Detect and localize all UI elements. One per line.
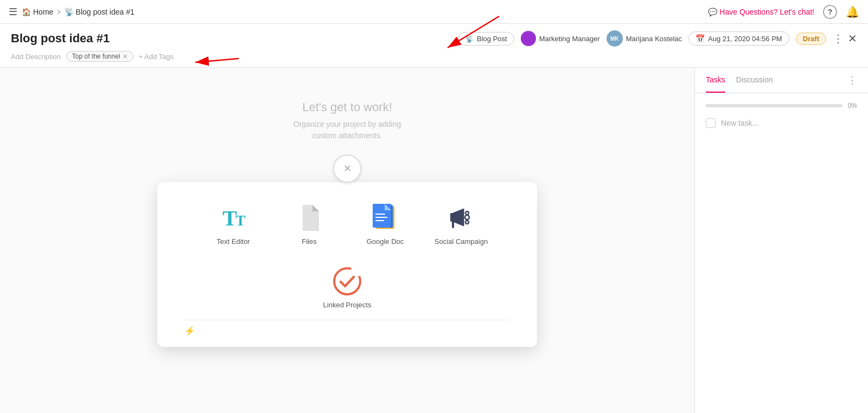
files-icon-container xyxy=(295,204,323,232)
chat-link[interactable]: 💬 Have Questions? Let's chat! xyxy=(708,8,814,16)
page-title: Blog post idea #1 xyxy=(11,31,110,46)
attachment-popup: TT Text Editor Files xyxy=(157,182,537,347)
rss-icon: 📡 xyxy=(65,8,74,16)
header-actions: ⋮ ✕ xyxy=(833,32,857,45)
linked-projects-item[interactable]: Linked Projects xyxy=(318,262,377,314)
calendar-icon: 📅 xyxy=(695,34,705,43)
empty-state-title: Let's get to work! xyxy=(293,100,401,114)
marketing-manager-chip[interactable]: Marketing Manager xyxy=(521,31,600,46)
social-campaign-item[interactable]: Social Campaign xyxy=(429,198,494,251)
sidebar-tabs-left: Tasks Discussion xyxy=(706,68,773,93)
progress-percentage: 0% xyxy=(848,102,857,109)
breadcrumb-rss-item[interactable]: 📡 Blog post idea #1 xyxy=(65,8,135,16)
new-task-input[interactable]: New task... xyxy=(721,119,758,127)
popup-grid: TT Text Editor Files xyxy=(184,198,510,251)
svg-point-11 xyxy=(465,221,469,224)
right-sidebar: Tasks Discussion ⋮ 0% New task... xyxy=(694,68,868,413)
add-description-button[interactable]: Add Description xyxy=(11,53,61,61)
chat-icon: 💬 xyxy=(708,8,717,16)
tags-row: Add Description Top of the funnel ✕ + Ad… xyxy=(11,51,857,62)
files-icon xyxy=(298,205,320,231)
breadcrumb-home[interactable]: 🏠 Home xyxy=(22,8,53,16)
breadcrumb-separator: > xyxy=(56,8,61,16)
svg-rect-5 xyxy=(375,220,384,221)
breadcrumb: 🏠 Home > 📡 Blog post idea #1 xyxy=(22,8,135,16)
tag-chip[interactable]: Top of the funnel ✕ xyxy=(66,51,133,62)
close-button[interactable]: ✕ xyxy=(848,32,857,45)
help-button[interactable]: ? xyxy=(823,5,837,19)
new-task-row: New task... xyxy=(706,118,857,128)
empty-state: Let's get to work! Organize your project… xyxy=(293,100,401,141)
svg-rect-4 xyxy=(375,217,387,218)
text-editor-item[interactable]: TT Text Editor xyxy=(201,198,266,251)
tasks-tab[interactable]: Tasks xyxy=(706,68,725,93)
sidebar-tabs: Tasks Discussion ⋮ xyxy=(695,68,868,93)
social-campaign-icon-container xyxy=(447,204,475,232)
hamburger-menu[interactable]: ☰ xyxy=(9,6,17,18)
linked-projects-icon-container xyxy=(333,267,361,295)
notification-bell[interactable]: 🔔 xyxy=(846,5,859,18)
social-campaign-label: Social Campaign xyxy=(435,237,488,246)
draft-badge[interactable]: Draft xyxy=(796,33,826,45)
progress-bar xyxy=(706,104,843,107)
discussion-tab[interactable]: Discussion xyxy=(736,68,773,93)
content-area: Let's get to work! Organize your project… xyxy=(0,68,694,413)
blog-post-chip[interactable]: 📡 Blog Post xyxy=(458,32,514,46)
google-doc-icon xyxy=(373,204,398,232)
social-campaign-icon xyxy=(448,205,475,230)
rss-icon: 📡 xyxy=(465,35,474,43)
google-doc-icon-container xyxy=(371,204,399,232)
empty-state-subtitle: Organize your project by adding custom a… xyxy=(293,119,401,141)
sidebar-more-button[interactable]: ⋮ xyxy=(847,74,857,86)
svg-rect-3 xyxy=(375,214,385,215)
header-meta: 📡 Blog Post Marketing Manager MK Marijan… xyxy=(458,30,857,47)
top-nav-left: ☰ 🏠 Home > 📡 Blog post idea #1 xyxy=(9,6,135,18)
svg-rect-7 xyxy=(450,213,455,222)
svg-point-10 xyxy=(465,215,469,220)
close-popup-button[interactable]: ✕ xyxy=(333,154,361,183)
svg-point-9 xyxy=(465,211,469,215)
more-options-button[interactable]: ⋮ xyxy=(833,32,844,45)
svg-point-12 xyxy=(334,268,360,294)
user-avatar: MK xyxy=(607,30,623,47)
lightning-icon[interactable]: ⚡ xyxy=(184,326,195,335)
marketing-manager-avatar xyxy=(521,31,536,46)
text-editor-icon-container: TT xyxy=(219,204,247,232)
add-tags-button[interactable]: + Add Tags xyxy=(139,53,174,61)
task-checkbox[interactable] xyxy=(706,118,716,128)
page-header-top: Blog post idea #1 📡 Blog Post Marketing … xyxy=(11,30,857,47)
top-nav: ☰ 🏠 Home > 📡 Blog post idea #1 💬 Have Qu… xyxy=(0,0,868,24)
date-chip[interactable]: 📅 Aug 21, 2020 04:56 PM xyxy=(688,31,789,46)
tag-close-button[interactable]: ✕ xyxy=(123,53,127,60)
svg-rect-2 xyxy=(373,204,391,228)
main-layout: Let's get to work! Organize your project… xyxy=(0,68,868,413)
popup-second-row: Linked Projects xyxy=(184,262,510,314)
linked-projects-icon xyxy=(333,267,361,295)
text-editor-icon: TT xyxy=(222,205,244,231)
text-editor-label: Text Editor xyxy=(216,237,250,246)
sidebar-content: 0% New task... xyxy=(695,93,868,137)
files-item[interactable]: Files xyxy=(277,198,342,251)
home-icon: 🏠 xyxy=(22,8,31,16)
files-label: Files xyxy=(302,237,316,246)
linked-projects-label: Linked Projects xyxy=(323,301,372,309)
page-header: Blog post idea #1 📡 Blog Post Marketing … xyxy=(0,24,868,68)
popup-footer: ⚡ xyxy=(184,320,510,336)
progress-row: 0% xyxy=(706,102,857,109)
top-nav-right: 💬 Have Questions? Let's chat! ? 🔔 xyxy=(708,5,859,19)
x-icon: ✕ xyxy=(343,163,352,175)
google-doc-item[interactable]: Google Doc xyxy=(353,198,418,251)
google-doc-label: Google Doc xyxy=(367,237,404,246)
user-chip[interactable]: MK Marijana Kostelac xyxy=(607,30,682,47)
